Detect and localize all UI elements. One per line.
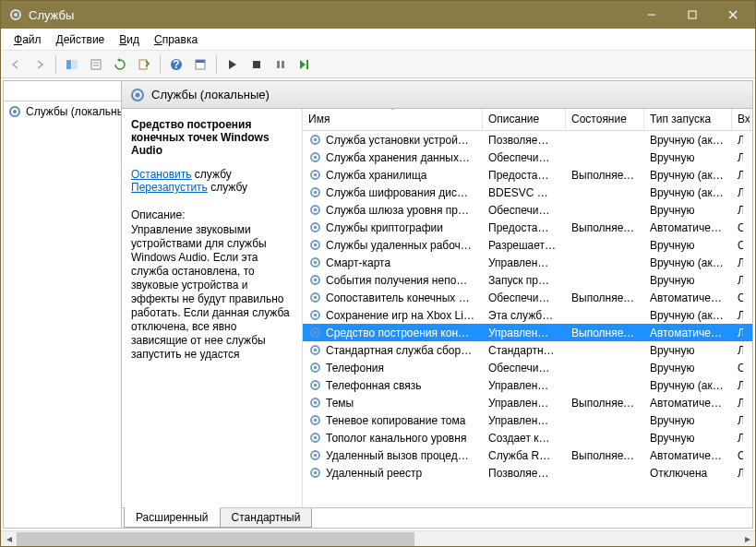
service-gear-icon: [308, 220, 322, 234]
cell-desc: Разрешает…: [483, 239, 566, 252]
column-headers: Имя Описание Состояние Тип запуска Вход …: [303, 109, 752, 131]
table-row[interactable]: Служба шифрования дис…BDESVC …Вручную (а…: [303, 184, 752, 201]
stop-service-button[interactable]: [246, 54, 268, 76]
menu-view[interactable]: Вид: [112, 30, 147, 49]
cell-desc: Предоста…: [483, 169, 566, 182]
menu-action[interactable]: Действие: [49, 30, 113, 49]
forward-button[interactable]: [29, 54, 51, 76]
table-row[interactable]: [303, 482, 752, 499]
cell-name: Служба хранения данных…: [303, 150, 483, 164]
services-list[interactable]: Имя Описание Состояние Тип запуска Вход …: [303, 109, 752, 507]
scroll-track[interactable]: [17, 532, 739, 546]
table-row[interactable]: ТемыУправлен…ВыполняетсяАвтоматиче…Л: [303, 394, 752, 411]
svg-point-59: [314, 436, 318, 440]
detail-restart-line: Перезапустить службу: [131, 181, 293, 194]
close-button[interactable]: [713, 2, 753, 28]
cell-logon: С: [732, 362, 743, 375]
cell-logon: С: [732, 291, 743, 304]
table-row[interactable]: Удаленный вызов процед…Служба R…Выполняе…: [303, 446, 752, 464]
table-row[interactable]: Стандартная служба сбор…Стандартн…Вручну…: [303, 341, 752, 359]
cell-logon: Л: [732, 414, 743, 427]
restart-service-link[interactable]: Перезапустить: [131, 181, 208, 194]
tab-extended[interactable]: Расширенный: [124, 507, 221, 528]
col-start[interactable]: Тип запуска: [644, 109, 732, 130]
cell-name: Темы: [303, 396, 483, 410]
tab-standard[interactable]: Стандартный: [220, 508, 313, 528]
col-name[interactable]: Имя: [303, 109, 483, 130]
start-service-button[interactable]: [222, 54, 244, 76]
cell-logon: С: [732, 239, 743, 252]
cell-name: Сохранение игр на Xbox Li…: [303, 308, 483, 322]
table-row[interactable]: Тополог канального уровняСоздает к…Вручн…: [303, 429, 752, 446]
gear-icon: [7, 104, 22, 119]
cell-state: Выполняется: [566, 169, 644, 182]
table-row[interactable]: Служба хранения данных…Обеспечи…ВручнуюЛ: [303, 149, 752, 166]
tree-node-services-local[interactable]: Службы (локальные): [4, 101, 121, 122]
cell-desc: Создает к…: [483, 432, 566, 445]
view-tabs: Расширенный Стандартный: [122, 507, 752, 528]
table-row[interactable]: Удаленный реестрПозволяе…ОтключенаЛ: [303, 464, 752, 482]
cell-desc: Позволяе…: [483, 134, 566, 147]
table-row[interactable]: Смарт-картаУправлен…Вручную (ак…Л: [303, 254, 752, 271]
table-row[interactable]: Службы удаленных рабоч…Разрешает…Вручную…: [303, 236, 752, 254]
col-desc[interactable]: Описание: [483, 109, 566, 130]
table-row[interactable]: Служба шлюза уровня пр…Обеспечи…ВручнуюЛ: [303, 201, 752, 219]
cell-start: Отключена: [644, 467, 732, 480]
cell-logon: Л: [732, 309, 743, 322]
table-row[interactable]: Теневое копирование томаУправлен…Вручную…: [303, 411, 752, 429]
cell-start: Вручную: [644, 432, 732, 445]
cell-logon: Л: [732, 397, 743, 410]
cell-name: Средство построения кон…: [303, 326, 483, 339]
cell-name: Тополог канального уровня: [303, 431, 483, 445]
stop-service-link[interactable]: Остановить: [131, 168, 192, 181]
scroll-left-arrow[interactable]: ◂: [1, 531, 17, 547]
app-gear-icon: [8, 7, 23, 22]
cell-start: Вручную: [644, 274, 732, 287]
table-row[interactable]: Средство построения кон…Управлен…Выполня…: [303, 324, 752, 341]
table-row[interactable]: Сохранение игр на Xbox Li…Эта служб…Вруч…: [303, 306, 752, 324]
show-hide-tree-button[interactable]: [61, 54, 83, 76]
table-row[interactable]: Служба установки устрой…Позволяе…Вручную…: [303, 131, 752, 149]
back-button[interactable]: [5, 54, 27, 76]
table-row[interactable]: ТелефонияОбеспечи…ВручнуюС: [303, 359, 752, 376]
menu-help[interactable]: Справка: [147, 30, 205, 49]
table-row[interactable]: Службы криптографииПредоста…ВыполняетсяА…: [303, 219, 752, 236]
svg-point-55: [314, 401, 318, 405]
pause-service-button[interactable]: [270, 54, 292, 76]
svg-point-45: [314, 314, 318, 317]
scroll-right-arrow[interactable]: ▸: [739, 531, 755, 547]
table-row[interactable]: Служба хранилищаПредоста…ВыполняетсяВруч…: [303, 166, 752, 184]
cell-name: Службы удаленных рабоч…: [303, 238, 483, 252]
svg-point-61: [314, 454, 318, 458]
cell-start: Вручную (ак…: [644, 169, 732, 182]
toolbar: ?: [1, 51, 755, 78]
cell-name: Удаленный вызов процед…: [303, 448, 483, 462]
table-row[interactable]: События получения непо…Запуск пр…Вручную…: [303, 271, 752, 289]
list-body[interactable]: Служба установки устрой…Позволяе…Вручную…: [303, 131, 752, 507]
detail-pane: Средство построения конечных точек Windo…: [122, 109, 303, 507]
col-logon[interactable]: Вход от имени: [732, 109, 750, 130]
toolbar-separator: [216, 55, 217, 74]
maximize-button[interactable]: [672, 2, 713, 28]
minimize-button[interactable]: [631, 2, 672, 28]
titlebar[interactable]: Службы: [1, 1, 755, 29]
restart-service-button[interactable]: [294, 54, 316, 76]
properties-button[interactable]: [85, 54, 107, 76]
tree-pane[interactable]: Службы (локальные): [4, 81, 122, 528]
help-index-button[interactable]: [189, 54, 211, 76]
menu-file[interactable]: Файл: [6, 30, 49, 49]
hscrollbar[interactable]: ◂ ▸: [1, 530, 755, 546]
cell-state: Выполняется: [566, 221, 644, 234]
svg-rect-8: [91, 60, 101, 69]
cell-name: Служба шлюза уровня пр…: [303, 203, 483, 217]
cell-name: Сопоставитель конечных …: [303, 291, 483, 304]
table-row[interactable]: Телефонная связьУправлен…Вручную (ак…Л: [303, 376, 752, 394]
help-button[interactable]: ?: [165, 54, 187, 76]
export-button[interactable]: [133, 54, 155, 76]
table-row[interactable]: Сопоставитель конечных …Обеспечи…Выполня…: [303, 289, 752, 306]
cell-logon: Л: [732, 134, 743, 147]
svg-point-31: [314, 191, 318, 195]
scroll-thumb[interactable]: [17, 532, 414, 546]
refresh-button[interactable]: [109, 54, 131, 76]
col-state[interactable]: Состояние: [566, 109, 644, 130]
